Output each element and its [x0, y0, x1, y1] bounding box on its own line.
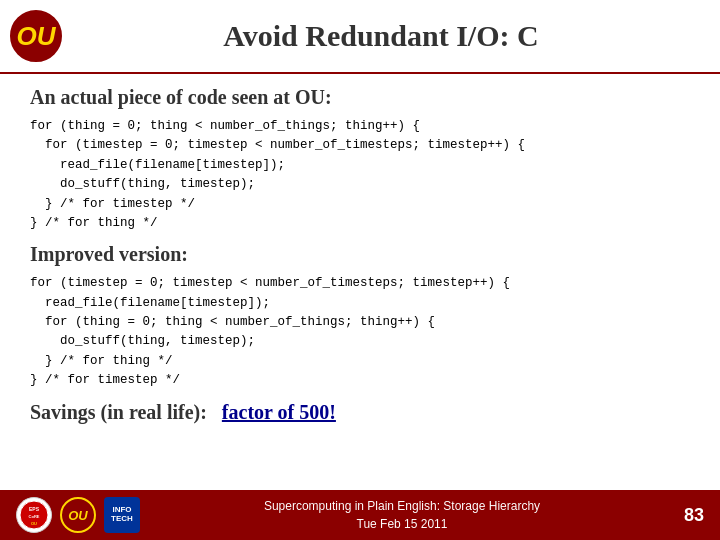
footer-center: Supercomputing in Plain English: Storage…: [264, 497, 540, 533]
footer: EPS CoRE OU OU INFOTECH Supercomputing i…: [0, 490, 720, 540]
footer-page-number: 83: [664, 505, 704, 526]
footer-it-logo: INFOTECH: [104, 497, 140, 533]
footer-subtitle1: Supercomputing in Plain English: Storage…: [264, 497, 540, 515]
svg-text:EPS: EPS: [29, 506, 40, 512]
section1-code: for (thing = 0; thing < number_of_things…: [30, 117, 690, 233]
savings-label: Savings (in real life):: [30, 401, 207, 423]
svg-text:CoRE: CoRE: [29, 514, 40, 519]
savings-link[interactable]: factor of 500!: [222, 401, 336, 423]
section2-code: for (timestep = 0; timestep < number_of_…: [30, 274, 690, 390]
logo-text: OU: [17, 21, 56, 52]
footer-ou-text: OU: [68, 508, 88, 523]
section1-heading: An actual piece of code seen at OU:: [30, 86, 690, 109]
footer-subtitle2: Tue Feb 15 2011: [264, 515, 540, 533]
footer-ou-logo: OU: [60, 497, 96, 533]
slide: OU Avoid Redundant I/O: C An actual piec…: [0, 0, 720, 540]
slide-content: An actual piece of code seen at OU: for …: [0, 74, 720, 424]
footer-it-text: INFOTECH: [111, 506, 133, 524]
section2-heading: Improved version:: [30, 243, 690, 266]
epscor-logo: EPS CoRE OU: [16, 497, 52, 533]
slide-title: Avoid Redundant I/O: C: [62, 19, 700, 53]
footer-logos: EPS CoRE OU OU INFOTECH: [16, 497, 140, 533]
header: OU Avoid Redundant I/O: C: [0, 0, 720, 74]
savings-line: Savings (in real life): factor of 500!: [30, 401, 690, 424]
ou-logo: OU: [10, 10, 62, 62]
svg-text:OU: OU: [31, 521, 37, 526]
